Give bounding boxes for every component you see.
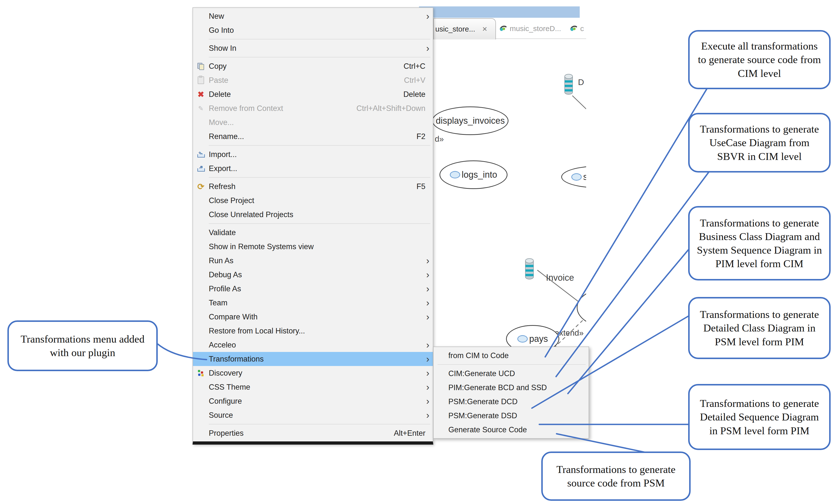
chevron-right-icon: ›: [426, 312, 429, 322]
tab-label: usic_store...: [435, 25, 475, 33]
menu-item-import[interactable]: ⇘Import...: [193, 147, 433, 161]
callout-text: Transformations menu added with our plug…: [15, 332, 150, 359]
menu-item-acceleo[interactable]: Acceleo›: [193, 338, 433, 352]
usecase-displays-invoices[interactable]: displays_invoices: [432, 106, 508, 135]
usecase-label: logs_into: [462, 169, 497, 180]
menu-item-label: Acceleo: [209, 341, 433, 349]
paste-icon: [193, 76, 209, 84]
menu-item-label: PIM:Generate BCD and SSD: [448, 383, 589, 392]
menu-item-label: Run As: [209, 256, 433, 265]
usecase-label: displays_invoices: [436, 115, 505, 126]
menu-item-team[interactable]: Team›: [193, 296, 433, 310]
menu-separator: [193, 422, 433, 426]
callout-text: Transformations to generate Detailed Cla…: [696, 308, 823, 348]
chevron-right-icon: ›: [426, 12, 429, 21]
model-file-icon: [569, 24, 578, 33]
menu-item-shortcut: Ctrl+V: [404, 76, 425, 85]
menu-item-label: Configure: [209, 397, 433, 406]
menu-item-validate[interactable]: Validate: [193, 226, 433, 239]
callout-text: Execute all transformations to generate …: [696, 39, 823, 80]
menu-item-compare-with[interactable]: Compare With›: [193, 310, 433, 324]
menu-item-refresh[interactable]: ⟳RefreshF5: [193, 179, 433, 194]
menu-item-shortcut: Delete: [403, 90, 425, 99]
menu-item-label: from CIM to Code: [448, 351, 589, 360]
menu-item-paste[interactable]: PasteCtrl+V: [193, 73, 433, 87]
tab-music-store[interactable]: usic_store... ✕: [433, 18, 496, 39]
callout-transformations-menu: Transformations menu added with our plug…: [7, 320, 158, 371]
menu-separator: [433, 362, 589, 366]
callout-text: Transformations to generate Business Cla…: [696, 216, 823, 270]
menu-item-shortcut: Ctrl+C: [404, 62, 425, 71]
menu-item-go-into[interactable]: Go Into: [193, 23, 433, 37]
menu-item-transformations[interactable]: Transformations›: [193, 352, 433, 366]
callout-generate-bcd-ssd: Transformations to generate Business Cla…: [688, 206, 830, 281]
usecase-label: pays: [529, 334, 548, 344]
menu-item-psm-generate-dcd[interactable]: PSM:Generate DCD: [433, 395, 589, 409]
project-context-menu: New›Go IntoShow In›CopyCtrl+CPasteCtrl+V…: [193, 7, 433, 445]
usecase-logs-into[interactable]: logs_into: [440, 160, 507, 189]
menu-item-pim-generate-bcd-and-ssd[interactable]: PIM:Generate BCD and SSD: [433, 380, 589, 395]
menu-item-label: New: [209, 12, 433, 21]
menu-item-remove-from-context[interactable]: ✎Remove from ContextCtrl+Alt+Shift+Down: [193, 101, 433, 115]
menu-item-label: PSM:Generate DCD: [448, 397, 589, 406]
tab-close-icon[interactable]: ✕: [482, 25, 487, 33]
menu-item-label: Team: [209, 299, 433, 307]
callout-execute-all: Execute all transformations to generate …: [688, 30, 830, 89]
menu-item-label: CSS Theme: [209, 383, 433, 392]
menu-item-delete[interactable]: ✖DeleteDelete: [193, 87, 433, 101]
model-file-icon: [498, 24, 508, 33]
database-icon[interactable]: [563, 74, 574, 96]
actor-label-clipped: D: [578, 77, 584, 87]
database-icon[interactable]: [524, 258, 535, 281]
menu-item-psm-generate-dsd[interactable]: PSM:Generate DSD: [433, 409, 589, 423]
menu-separator: [193, 143, 433, 147]
menu-item-from-cim-to-code[interactable]: from CIM to Code: [433, 348, 589, 362]
callout-generate-source-psm: Transformations to generate source code …: [541, 451, 691, 501]
transformations-submenu: from CIM to CodeCIM:Generate UCDPIM:Gene…: [433, 346, 589, 439]
menu-item-label: Rename...: [209, 132, 433, 141]
menu-item-profile-as[interactable]: Profile As›: [193, 282, 433, 296]
menu-item-copy[interactable]: CopyCtrl+C: [193, 59, 433, 73]
callout-generate-dcd: Transformations to generate Detailed Cla…: [688, 297, 830, 359]
usecase-oval-icon: [571, 173, 582, 181]
import-icon: ⇘: [193, 151, 209, 158]
menu-item-show-in[interactable]: Show In›: [193, 41, 433, 55]
tab-clipped[interactable]: c: [569, 18, 586, 39]
tab-music-stored[interactable]: music_storeD...: [498, 18, 560, 39]
chevron-right-icon: ›: [426, 298, 429, 308]
menu-item-label: Compare With: [209, 312, 433, 321]
menu-item-debug-as[interactable]: Debug As›: [193, 268, 433, 282]
menu-item-properties[interactable]: PropertiesAlt+Enter: [193, 426, 433, 440]
callout-text: Transformations to generate UseCase Diag…: [696, 122, 823, 163]
menu-item-export[interactable]: ⇗Export...: [193, 161, 433, 176]
menu-item-run-as[interactable]: Run As›: [193, 254, 433, 268]
menu-item-new[interactable]: New›: [193, 9, 433, 23]
menu-item-label: CIM:Generate UCD: [448, 369, 589, 378]
menu-item-move[interactable]: Move...: [193, 115, 433, 129]
menu-item-label: Delete: [209, 90, 433, 99]
menu-item-rename[interactable]: Rename...F2: [193, 129, 433, 143]
menu-item-close-project[interactable]: Close Project: [193, 194, 433, 208]
menu-item-source[interactable]: Source›: [193, 408, 433, 422]
menu-item-label: Restore from Local History...: [209, 327, 433, 336]
menu-item-generate-source-code[interactable]: Generate Source Code: [433, 423, 589, 437]
menu-separator: [193, 221, 433, 226]
window-title-bar: [419, 6, 580, 18]
refresh-icon: ⟳: [193, 182, 209, 191]
callout-text: Transformations to generate Detailed Seq…: [696, 397, 823, 437]
menu-item-label: Validate: [209, 228, 433, 237]
usecase-searches-clipped[interactable]: s: [561, 166, 586, 188]
menu-item-cim-generate-ucd[interactable]: CIM:Generate UCD: [433, 366, 589, 380]
menu-item-css-theme[interactable]: CSS Theme›: [193, 380, 433, 394]
editor-tab-strip: usic_store... ✕ music_storeD... c: [419, 18, 586, 39]
menu-item-show-in-remote-systems-view[interactable]: Show in Remote Systems view: [193, 239, 433, 254]
menu-item-label: Source: [209, 411, 433, 420]
chevron-right-icon: ›: [426, 43, 429, 53]
usecase-clipped-right[interactable]: [577, 288, 586, 327]
chevron-right-icon: ›: [426, 355, 429, 364]
menu-item-discovery[interactable]: Discovery›: [193, 366, 433, 380]
menu-item-label: Close Unrelated Projects: [209, 210, 433, 219]
menu-item-restore-from-local-history[interactable]: Restore from Local History...: [193, 324, 433, 338]
menu-item-close-unrelated-projects[interactable]: Close Unrelated Projects: [193, 208, 433, 221]
menu-item-configure[interactable]: Configure›: [193, 394, 433, 408]
